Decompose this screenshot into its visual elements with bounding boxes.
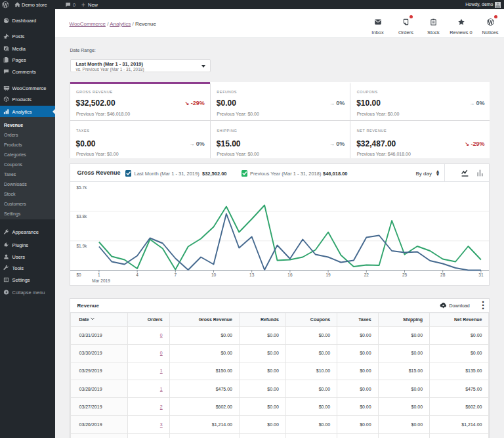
svg-text:7: 7: [174, 273, 177, 277]
svg-text:19: 19: [326, 273, 331, 277]
svg-text:1: 1: [98, 273, 100, 277]
svg-text:31: 31: [478, 273, 484, 277]
svg-text:$5.7k: $5.7k: [76, 185, 87, 190]
svg-text:25: 25: [402, 273, 407, 277]
svg-text:10: 10: [211, 273, 216, 277]
svg-text:4: 4: [136, 273, 138, 277]
svg-text:28: 28: [440, 273, 446, 277]
svg-text:22: 22: [364, 273, 369, 277]
svg-text:$3.8k: $3.8k: [76, 214, 87, 219]
svg-text:Mar 2019: Mar 2019: [92, 278, 110, 282]
svg-text:13: 13: [249, 273, 255, 277]
svg-text:$0: $0: [76, 273, 81, 277]
svg-text:$1.9k: $1.9k: [76, 243, 87, 248]
svg-text:16: 16: [287, 273, 293, 277]
